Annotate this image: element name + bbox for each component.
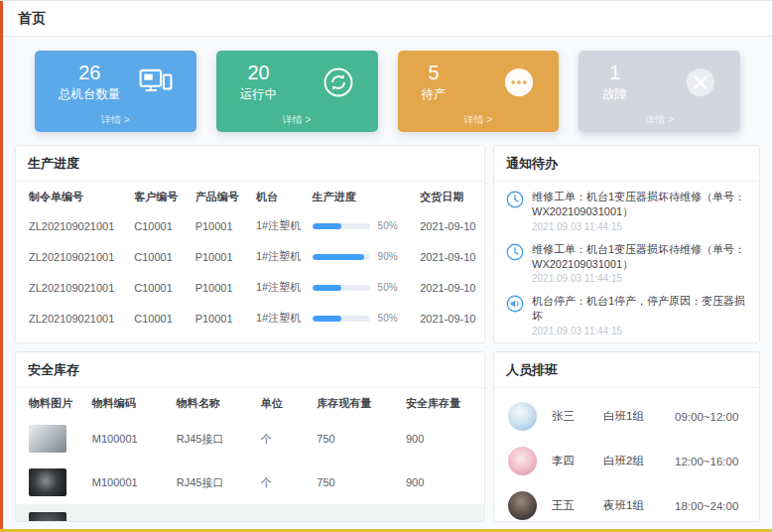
progress-bar xyxy=(313,316,370,322)
pending-detail-link[interactable]: 详情 > xyxy=(398,113,560,127)
delivery-date: 2021-09-10 xyxy=(414,210,484,241)
col-stock-qty: 库存现有量 xyxy=(311,388,400,417)
production-table: 制令单编号 客户编号 产品编号 机台 生产进度 交货日期 ZL202109021 xyxy=(16,182,484,343)
col-safety-qty: 安全库存量 xyxy=(400,388,484,417)
notification-item[interactable]: 维修工单：机台1变压器损坏待维修（单号：WX202109031001） 2021… xyxy=(506,237,747,290)
window-accent-left xyxy=(0,1,3,532)
production-panel-title: 生产进度 xyxy=(16,146,484,182)
panel-grid: 生产进度 制令单编号 客户编号 产品编号 机台 生产进度 交货日期 xyxy=(15,145,760,522)
card-text: 1 故障 xyxy=(602,61,627,103)
staff-schedule-panel-title: 人员排班 xyxy=(494,352,759,388)
notification-time: 2021.09.03 11:44:15 xyxy=(532,326,747,336)
notification-text: 维修工单：机台1变压器损坏待维修（单号：WX202109031001） xyxy=(532,242,747,272)
notification-time: 2021.09.03 11:44:15 xyxy=(532,273,747,284)
progress-fill xyxy=(313,254,364,260)
card-body: 5 待产 xyxy=(398,51,560,103)
staff-time: 12:00~16:00 xyxy=(675,456,738,467)
notification-item[interactable]: 机台停产：机台1停产，停产原因：变压器损坏 2021.09.03 11:44:1… xyxy=(506,289,747,341)
safety-stock-panel: 安全库存 物料图片 物料编码 物料名称 单位 库存现有量 安全库存量 xyxy=(15,351,485,522)
material-unit: 个 xyxy=(255,417,312,461)
product-number: P10001 xyxy=(190,210,250,241)
delivery-date: 2021-09-10 xyxy=(414,303,484,333)
card-body: 20 运行中 xyxy=(216,51,378,103)
production-row[interactable]: ZL202109021001 C10001 P10001 1#注塑机 50% xyxy=(16,272,484,303)
staff-row: 张三 白班1组 09:00~12:00 xyxy=(508,394,745,439)
production-table-body: ZL202109021001 C10001 P10001 1#注塑机 50% xyxy=(16,210,484,343)
progress-bar xyxy=(313,254,370,260)
safety-stock-table-header: 物料图片 物料编码 物料名称 单位 库存现有量 安全库存量 xyxy=(16,388,484,417)
dashboard-page: 首页 26 总机台数量 详情 > 20 xyxy=(0,0,773,532)
notification-text: 维修工单：机台1变压器损坏待维修（单号：WX202109031001） xyxy=(532,190,747,219)
inventory-row[interactable]: M100001 RJ45接口 个 750 900 xyxy=(16,504,484,522)
machine-name: 1#注塑机 xyxy=(250,303,307,333)
stat-card-running[interactable]: 20 运行中 详情 > xyxy=(216,51,378,132)
col-material-image: 物料图片 xyxy=(16,388,86,417)
staff-time: 18:00~24:00 xyxy=(675,500,738,512)
speaker-photo xyxy=(29,512,66,522)
notifications-panel: 通知待办 维修工单：机台1变压器损坏待维修（单号：WX202109031001）… xyxy=(493,145,760,343)
stock-qty: 750 xyxy=(311,504,400,522)
pending-icon xyxy=(503,66,535,98)
col-progress: 生产进度 xyxy=(307,182,415,210)
stat-cards-row: 26 总机台数量 详情 > 20 运行中 xyxy=(35,51,740,132)
production-row[interactable]: ZL202109021001 C10001 P10001 1#注塑机 50% xyxy=(16,210,484,241)
fault-label: 故障 xyxy=(602,86,627,103)
production-row[interactable]: ZL202109021001 C10001 P10001 1#注塑机 50% xyxy=(16,333,484,343)
rj45-connector-photo xyxy=(29,425,66,453)
round-connector-photo xyxy=(29,468,66,496)
fault-detail-link[interactable]: 详情 > xyxy=(579,113,740,127)
total-machines-detail-link[interactable]: 详情 > xyxy=(35,113,196,127)
safety-qty: 900 xyxy=(400,417,484,461)
staff-shift: 白班1组 xyxy=(603,409,675,424)
progress-percent: 90% xyxy=(378,251,398,262)
delivery-date: 2021-09-10 xyxy=(414,241,484,272)
stat-card-fault[interactable]: 1 故障 详情 > xyxy=(579,51,740,132)
customer-number: C10001 xyxy=(128,241,189,272)
staff-list: 张三 白班1组 09:00~12:00 李四 白班2组 12:00~16:00 … xyxy=(494,388,759,522)
col-delivery-date: 交货日期 xyxy=(414,182,484,210)
inventory-row[interactable]: M100001 RJ45接口 个 750 900 xyxy=(16,461,484,504)
stock-qty: 750 xyxy=(311,461,400,504)
notification-item[interactable]: 维修工单：机台1变压器损坏待维修（单号：WX202109031001） 2021… xyxy=(506,185,747,237)
order-number: ZL202109021001 xyxy=(16,303,128,333)
stock-qty: 750 xyxy=(311,417,400,461)
production-row[interactable]: ZL202109021001 C10001 P10001 1#注塑机 50% xyxy=(16,303,484,333)
progress-percent: 50% xyxy=(378,282,398,293)
order-number: ZL202109021001 xyxy=(16,241,128,272)
material-unit: 个 xyxy=(255,461,312,504)
avatar xyxy=(508,491,537,520)
card-text: 20 运行中 xyxy=(240,61,278,103)
material-code: M100001 xyxy=(86,504,171,522)
production-row[interactable]: ZL202109021001 C10001 P10001 1#注塑机 90% xyxy=(16,241,484,272)
machine-icon xyxy=(139,68,173,96)
total-machines-value: 26 xyxy=(59,61,121,84)
clock-icon xyxy=(506,243,524,261)
running-label: 运行中 xyxy=(240,86,278,103)
machine-name: 1#注塑机 xyxy=(250,241,307,272)
machine-name: 1#注塑机 xyxy=(250,333,307,343)
avatar xyxy=(508,402,537,431)
col-unit: 单位 xyxy=(255,388,312,417)
stat-card-total-machines[interactable]: 26 总机台数量 详情 > xyxy=(35,51,196,132)
customer-number: C10001 xyxy=(128,333,189,343)
notification-list: 维修工单：机台1变压器损坏待维修（单号：WX202109031001） 2021… xyxy=(494,182,759,343)
notifications-panel-title: 通知待办 xyxy=(494,146,759,182)
page-title: 首页 xyxy=(18,10,46,28)
product-number: P10001 xyxy=(190,303,250,333)
notification-item[interactable]: 计划暂停：机台1生产计划已暂停 2021.09.03 11:44:15 xyxy=(506,341,747,343)
total-machines-label: 总机台数量 xyxy=(59,86,121,103)
running-detail-link[interactable]: 详情 > xyxy=(216,113,378,127)
safety-qty: 900 xyxy=(400,461,484,504)
material-name: RJ45接口 xyxy=(171,461,255,504)
fault-icon xyxy=(685,66,716,98)
col-material-name: 物料名称 xyxy=(171,388,255,417)
inventory-row[interactable]: M100001 RJ45接口 个 750 900 xyxy=(16,417,484,461)
fault-value: 1 xyxy=(602,61,627,84)
stat-card-pending[interactable]: 5 待产 详情 > xyxy=(398,51,560,132)
safety-qty: 900 xyxy=(400,504,484,522)
col-material-code: 物料编码 xyxy=(86,388,171,417)
production-table-header: 制令单编号 客户编号 产品编号 机台 生产进度 交货日期 xyxy=(16,182,484,210)
delivery-date: 2021-09-10 xyxy=(414,333,484,343)
notification-body: 机台停产：机台1停产，停产原因：变压器损坏 2021.09.03 11:44:1… xyxy=(532,294,747,336)
staff-time: 09:00~12:00 xyxy=(675,411,738,423)
